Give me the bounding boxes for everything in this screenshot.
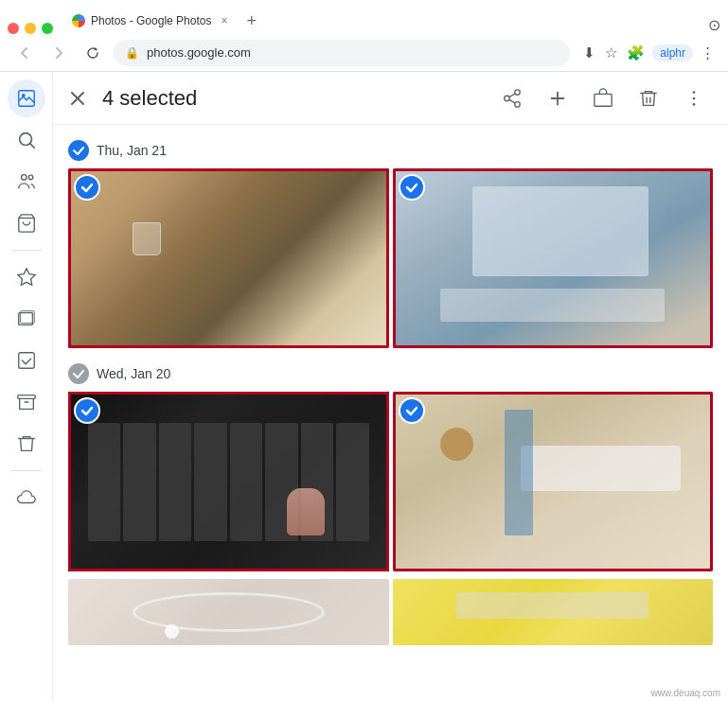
nav-bar: 🔒 photos.google.com ⬇ ☆ 🧩 alphr ⋮	[0, 34, 728, 72]
share-icon	[502, 88, 523, 109]
browser-corner-icon: ⊙	[708, 16, 720, 34]
tab-close-btn[interactable]: ×	[221, 14, 227, 27]
menu-btn[interactable]: ⋮	[699, 43, 717, 63]
shop-icon	[16, 213, 37, 234]
download-page-icon[interactable]: ⬇	[581, 43, 597, 63]
svg-point-18	[693, 97, 696, 99]
trash-icon	[16, 433, 37, 454]
svg-point-17	[693, 91, 696, 94]
photo-1-image	[68, 168, 389, 348]
photo-area: Thu, Jan 21	[53, 125, 728, 702]
new-tab-btn[interactable]: +	[242, 8, 260, 34]
more-btn[interactable]	[675, 79, 713, 117]
star-icon	[16, 267, 37, 288]
people-icon	[16, 171, 37, 192]
sidebar-item-albums[interactable]	[8, 300, 45, 338]
cloud-icon	[16, 487, 37, 508]
sidebar-item-trash[interactable]	[8, 425, 45, 463]
refresh-icon	[85, 45, 100, 61]
section-partial	[68, 579, 713, 645]
section-thu-jan-21: Thu, Jan 21	[68, 132, 713, 348]
photo-item-1[interactable]	[68, 168, 389, 348]
share-btn[interactable]	[493, 79, 531, 117]
photo-item-2[interactable]	[393, 168, 714, 348]
sidebar-item-search[interactable]	[8, 121, 45, 159]
section2-checkbox[interactable]	[68, 363, 89, 384]
sidebar-item-utilities[interactable]	[8, 342, 45, 379]
section2-photo-grid	[68, 392, 713, 571]
app-layout: 4 selected	[0, 72, 728, 702]
archive-icon	[16, 392, 37, 412]
profile-btn[interactable]: alphr	[652, 44, 693, 61]
svg-rect-9	[18, 353, 34, 369]
delete-btn[interactable]	[630, 79, 667, 117]
sidebar-item-photos[interactable]	[8, 79, 45, 117]
top-bar: 4 selected	[53, 72, 728, 125]
photo-item-6[interactable]	[393, 579, 714, 645]
search-icon	[16, 130, 37, 150]
sidebar-item-shop[interactable]	[8, 204, 45, 242]
selected-count-label: 4 selected	[102, 86, 493, 111]
back-btn[interactable]	[11, 40, 38, 66]
svg-point-19	[693, 103, 696, 106]
tab-title: Photos - Google Photos	[91, 14, 211, 27]
photo-4-image	[393, 392, 714, 571]
archive-btn[interactable]	[584, 79, 622, 117]
active-tab[interactable]: Photos - Google Photos ×	[61, 8, 239, 34]
photo-1-checkbox[interactable]	[74, 174, 100, 201]
add-icon	[547, 88, 568, 109]
section3-photo-grid	[68, 579, 713, 645]
svg-point-5	[28, 175, 33, 180]
fullscreen-traffic-light[interactable]	[42, 23, 53, 34]
section1-date-label: Thu, Jan 21	[97, 143, 167, 158]
sidebar-item-cloud[interactable]	[8, 479, 45, 517]
sidebar-item-archive[interactable]	[8, 383, 45, 421]
tab-favicon	[72, 14, 85, 27]
albums-icon	[16, 308, 37, 329]
photo-5-image	[68, 579, 389, 645]
forward-btn[interactable]	[45, 40, 72, 66]
minimize-traffic-light[interactable]	[25, 23, 36, 34]
sidebar-item-favorites[interactable]	[8, 258, 45, 296]
delete-icon	[638, 88, 659, 109]
close-icon	[68, 89, 87, 108]
photo-3-image	[68, 392, 389, 571]
back-icon	[17, 45, 32, 61]
svg-line-3	[29, 144, 34, 149]
svg-line-14	[509, 99, 515, 103]
section1-photo-grid	[68, 168, 713, 348]
bookmark-icon[interactable]: ☆	[603, 43, 619, 63]
browser-chrome: Photos - Google Photos × + ⊙ 🔒 photos.go	[0, 0, 728, 72]
photo-6-image	[393, 579, 714, 645]
photo-4-checkbox[interactable]	[399, 397, 425, 424]
refresh-btn[interactable]	[80, 40, 106, 66]
photo-item-4[interactable]	[393, 392, 714, 571]
sidebar-item-sharing[interactable]	[8, 163, 45, 201]
close-traffic-light[interactable]	[8, 23, 19, 34]
svg-point-13	[515, 101, 521, 107]
lock-icon: 🔒	[125, 46, 139, 60]
photo-3-checkbox[interactable]	[74, 397, 100, 424]
svg-point-11	[515, 89, 521, 95]
photos-icon	[16, 88, 37, 109]
photo-2-checkbox[interactable]	[399, 174, 425, 201]
watermark: www.deuaq.com	[651, 688, 720, 698]
sidebar-divider-2	[11, 470, 42, 471]
photo-2-image	[393, 168, 714, 348]
add-to-btn[interactable]	[539, 79, 577, 117]
more-icon	[684, 88, 704, 109]
section1-checkbox[interactable]	[68, 140, 89, 161]
deselect-btn[interactable]	[68, 89, 87, 108]
extensions-icon[interactable]: 🧩	[625, 43, 647, 63]
svg-point-12	[505, 96, 510, 101]
nav-extra-icons: ⬇ ☆ 🧩 alphr ⋮	[581, 43, 717, 63]
photo-item-5[interactable]	[68, 579, 389, 645]
address-bar[interactable]: 🔒 photos.google.com	[114, 40, 570, 66]
check-icon	[16, 350, 37, 371]
photo-item-3[interactable]	[68, 392, 389, 571]
date-header-2: Wed, Jan 20	[68, 356, 713, 392]
section2-date-label: Wed, Jan 20	[97, 366, 170, 381]
bag-icon	[593, 88, 613, 109]
section-wed-jan-20: Wed, Jan 20	[68, 356, 713, 571]
tab-bar: Photos - Google Photos × + ⊙	[0, 0, 728, 34]
